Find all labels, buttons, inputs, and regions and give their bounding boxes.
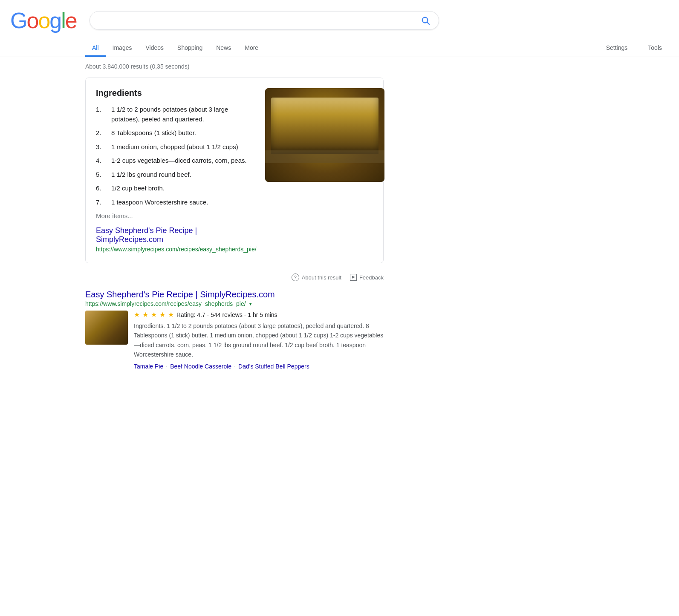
nav-tabs: All Images Videos Shopping News More Set…	[0, 36, 679, 57]
feedback-row: ? About this result ⚑ Feedback	[85, 270, 384, 290]
logo-letter-e: e	[65, 8, 77, 33]
rating-text: Rating: 4.7 - 544 reviews - 1 hr 5 mins	[176, 311, 277, 318]
logo-letter-o1: o	[26, 8, 38, 33]
result-snippet: Ingredients. 1 1/2 to 2 pounds potatoes …	[134, 321, 384, 360]
feedback-button[interactable]: ⚑ Feedback	[350, 274, 384, 281]
search-bar: easy shepherd's pie recipe	[90, 11, 439, 30]
search-result-2: Easy Shepherd's Pie Recipe | SimplyRecip…	[85, 290, 384, 370]
result-thumbnail	[85, 311, 128, 345]
featured-snippet-card: Ingredients 1 1/2 to 2 pounds potatoes (…	[85, 78, 384, 263]
tab-videos[interactable]: Videos	[139, 40, 170, 57]
tab-news[interactable]: News	[209, 40, 238, 57]
tab-tools[interactable]: Tools	[641, 40, 669, 57]
star-3: ★	[151, 311, 157, 319]
result-body: ★ ★ ★ ★ ★ Rating: 4.7 - 544 reviews - 1 …	[134, 311, 384, 370]
list-item: 1 1/2 to 2 pounds potatoes (about 3 larg…	[96, 105, 257, 124]
chevron-down-icon[interactable]: ▼	[248, 302, 253, 306]
result-title-2[interactable]: Easy Shepherd's Pie Recipe | SimplyRecip…	[85, 290, 384, 299]
list-item: 1/2 cup beef broth.	[96, 184, 257, 193]
ingredients-list: 1 1/2 to 2 pounds potatoes (about 3 larg…	[96, 105, 257, 207]
logo-letter-g2: g	[49, 8, 61, 33]
featured-content: Ingredients 1 1/2 to 2 pounds potatoes (…	[96, 88, 257, 253]
list-item: 1 1/2 lbs ground round beef.	[96, 170, 257, 180]
feedback-label: Feedback	[359, 274, 384, 281]
featured-result-url[interactable]: https://www.simplyrecipes.com/recipes/ea…	[96, 246, 257, 253]
logo-letter-o2: o	[38, 8, 49, 33]
dot-separator-2: ·	[234, 363, 236, 370]
featured-result-title[interactable]: Easy Shepherd's Pie Recipe | SimplyRecip…	[96, 226, 257, 244]
star-2: ★	[142, 311, 148, 319]
list-item: 1 teaspoon Worcestershire sauce.	[96, 198, 257, 207]
result-url-row: https://www.simplyrecipes.com/recipes/ea…	[85, 300, 384, 307]
nav-settings: Settings Tools	[599, 40, 679, 57]
pie-dish-image	[265, 88, 384, 182]
result-meta: ★ ★ ★ ★ ★ Rating: 4.7 - 544 reviews - 1 …	[85, 311, 384, 370]
related-link-tamale[interactable]: Tamale Pie	[134, 363, 163, 370]
header: Google easy shepherd's pie recipe	[0, 0, 679, 33]
related-link-beef[interactable]: Beef Noodle Casserole	[170, 363, 231, 370]
tab-shopping[interactable]: Shopping	[170, 40, 209, 57]
logo-letter-l: l	[61, 8, 65, 33]
stars-row: ★ ★ ★ ★ ★ Rating: 4.7 - 544 reviews - 1 …	[134, 311, 384, 319]
related-links: Tamale Pie · Beef Noodle Casserole · Dad…	[134, 363, 384, 370]
about-result-button[interactable]: ? About this result	[292, 273, 341, 281]
thumbnail-image	[85, 311, 128, 345]
tab-all[interactable]: All	[85, 40, 106, 57]
featured-recipe-image	[265, 88, 384, 182]
google-logo[interactable]: Google	[10, 8, 77, 33]
results-count: About 3.840.000 results (0,35 seconds)	[85, 57, 384, 78]
list-item: 1 medium onion, chopped (about 1 1/2 cup…	[96, 142, 257, 152]
list-item: 1-2 cups vegetables—diced carrots, corn,…	[96, 156, 257, 166]
logo-letter-g: G	[10, 8, 26, 33]
svg-line-1	[427, 22, 429, 24]
flag-icon: ⚑	[350, 274, 357, 281]
results-area: About 3.840.000 results (0,35 seconds) I…	[0, 57, 384, 370]
star-half: ★	[168, 311, 174, 319]
dot-separator-1: ·	[166, 363, 168, 370]
more-items-link[interactable]: More items...	[96, 212, 257, 219]
related-link-dads[interactable]: Dad's Stuffed Bell Peppers	[238, 363, 309, 370]
tab-settings[interactable]: Settings	[599, 40, 635, 57]
result-url-2[interactable]: https://www.simplyrecipes.com/recipes/ea…	[85, 300, 246, 307]
tab-more[interactable]: More	[238, 40, 265, 57]
search-button[interactable]	[421, 16, 430, 25]
about-result-label: About this result	[302, 274, 341, 281]
list-item: 8 Tablespoons (1 stick) butter.	[96, 128, 257, 138]
ingredients-title: Ingredients	[96, 88, 257, 98]
star-1: ★	[134, 311, 140, 319]
star-4: ★	[159, 311, 165, 319]
search-icon	[421, 16, 430, 25]
search-input[interactable]: easy shepherd's pie recipe	[98, 16, 421, 25]
tab-images[interactable]: Images	[106, 40, 139, 57]
question-icon: ?	[292, 273, 299, 281]
